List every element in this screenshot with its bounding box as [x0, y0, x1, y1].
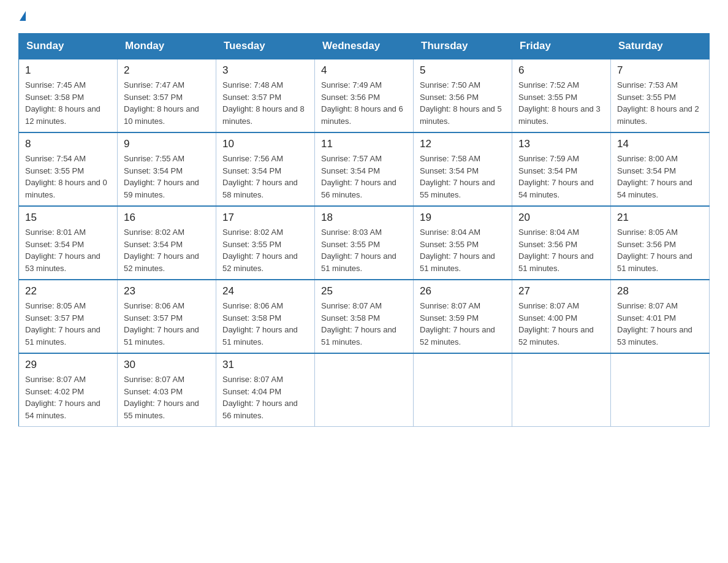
day-cell-6: 6 Sunrise: 7:52 AMSunset: 3:55 PMDayligh…	[512, 59, 611, 132]
day-number: 17	[222, 212, 308, 224]
day-info: Sunrise: 8:07 AMSunset: 4:02 PMDaylight:…	[25, 375, 100, 420]
day-info: Sunrise: 8:07 AMSunset: 4:00 PMDaylight:…	[518, 301, 594, 347]
day-cell-20: 20 Sunrise: 8:04 AMSunset: 3:56 PMDaylig…	[512, 206, 611, 280]
day-info: Sunrise: 7:49 AMSunset: 3:56 PMDaylight:…	[321, 80, 403, 126]
day-cell-26: 26 Sunrise: 8:07 AMSunset: 3:59 PMDaylig…	[414, 280, 512, 353]
day-cell-3: 3 Sunrise: 7:48 AMSunset: 3:57 PMDayligh…	[216, 59, 315, 132]
day-cell-21: 21 Sunrise: 8:05 AMSunset: 3:56 PMDaylig…	[611, 206, 710, 280]
day-cell-7: 7 Sunrise: 7:53 AMSunset: 3:55 PMDayligh…	[611, 59, 710, 132]
day-cell-27: 27 Sunrise: 8:07 AMSunset: 4:00 PMDaylig…	[512, 280, 611, 353]
day-info: Sunrise: 7:58 AMSunset: 3:54 PMDaylight:…	[420, 154, 495, 199]
day-cell-13: 13 Sunrise: 7:59 AMSunset: 3:54 PMDaylig…	[512, 132, 611, 206]
day-info: Sunrise: 7:47 AMSunset: 3:57 PMDaylight:…	[124, 80, 199, 126]
week-row-1: 1 Sunrise: 7:45 AMSunset: 3:58 PMDayligh…	[19, 59, 710, 132]
empty-cell	[414, 353, 512, 427]
day-number: 4	[321, 64, 407, 77]
day-info: Sunrise: 8:07 AMSunset: 3:58 PMDaylight:…	[321, 301, 396, 347]
day-number: 31	[222, 359, 308, 371]
day-number: 10	[222, 138, 308, 150]
day-number: 21	[617, 212, 703, 224]
days-of-week-row: SundayMondayTuesdayWednesdayThursdayFrid…	[19, 34, 710, 59]
day-number: 3	[222, 64, 308, 77]
day-cell-29: 29 Sunrise: 8:07 AMSunset: 4:02 PMDaylig…	[19, 353, 118, 427]
day-info: Sunrise: 7:54 AMSunset: 3:55 PMDaylight:…	[25, 154, 107, 199]
day-of-week-wednesday: Wednesday	[315, 34, 414, 59]
day-cell-22: 22 Sunrise: 8:05 AMSunset: 3:57 PMDaylig…	[19, 280, 118, 353]
day-cell-15: 15 Sunrise: 8:01 AMSunset: 3:54 PMDaylig…	[19, 206, 118, 280]
day-of-week-monday: Monday	[118, 34, 216, 59]
day-number: 19	[420, 212, 506, 224]
day-cell-25: 25 Sunrise: 8:07 AMSunset: 3:58 PMDaylig…	[315, 280, 414, 353]
day-info: Sunrise: 7:48 AMSunset: 3:57 PMDaylight:…	[222, 80, 305, 126]
day-number: 9	[124, 138, 210, 150]
day-of-week-sunday: Sunday	[19, 34, 118, 59]
day-number: 15	[25, 212, 111, 224]
day-of-week-friday: Friday	[512, 34, 611, 59]
day-cell-18: 18 Sunrise: 8:03 AMSunset: 3:55 PMDaylig…	[315, 206, 414, 280]
day-cell-19: 19 Sunrise: 8:04 AMSunset: 3:55 PMDaylig…	[414, 206, 512, 280]
empty-cell	[315, 353, 414, 427]
empty-cell	[611, 353, 710, 427]
day-info: Sunrise: 8:06 AMSunset: 3:57 PMDaylight:…	[124, 301, 199, 347]
day-info: Sunrise: 8:05 AMSunset: 3:57 PMDaylight:…	[25, 301, 100, 347]
day-number: 1	[25, 64, 111, 77]
page-header	[18, 12, 710, 22]
day-number: 22	[25, 285, 111, 297]
day-cell-11: 11 Sunrise: 7:57 AMSunset: 3:54 PMDaylig…	[315, 132, 414, 206]
day-info: Sunrise: 7:53 AMSunset: 3:55 PMDaylight:…	[617, 80, 699, 126]
day-number: 28	[617, 285, 703, 297]
day-cell-28: 28 Sunrise: 8:07 AMSunset: 4:01 PMDaylig…	[611, 280, 710, 353]
day-number: 11	[321, 138, 407, 150]
day-cell-12: 12 Sunrise: 7:58 AMSunset: 3:54 PMDaylig…	[414, 132, 512, 206]
day-cell-30: 30 Sunrise: 8:07 AMSunset: 4:03 PMDaylig…	[118, 353, 216, 427]
day-number: 18	[321, 212, 407, 224]
day-number: 27	[518, 285, 604, 297]
day-number: 8	[25, 138, 111, 150]
day-number: 13	[518, 138, 604, 150]
day-info: Sunrise: 8:07 AMSunset: 4:04 PMDaylight:…	[222, 375, 298, 420]
day-cell-9: 9 Sunrise: 7:55 AMSunset: 3:54 PMDayligh…	[118, 132, 216, 206]
day-cell-10: 10 Sunrise: 7:56 AMSunset: 3:54 PMDaylig…	[216, 132, 315, 206]
day-cell-1: 1 Sunrise: 7:45 AMSunset: 3:58 PMDayligh…	[19, 59, 118, 132]
day-cell-4: 4 Sunrise: 7:49 AMSunset: 3:56 PMDayligh…	[315, 59, 414, 132]
day-of-week-tuesday: Tuesday	[216, 34, 315, 59]
day-number: 23	[124, 285, 210, 297]
day-number: 12	[420, 138, 506, 150]
day-info: Sunrise: 7:57 AMSunset: 3:54 PMDaylight:…	[321, 154, 396, 199]
empty-cell	[512, 353, 611, 427]
day-info: Sunrise: 8:07 AMSunset: 4:03 PMDaylight:…	[124, 375, 199, 420]
day-number: 5	[420, 64, 506, 77]
day-cell-16: 16 Sunrise: 8:02 AMSunset: 3:54 PMDaylig…	[118, 206, 216, 280]
week-row-4: 22 Sunrise: 8:05 AMSunset: 3:57 PMDaylig…	[19, 280, 710, 353]
logo-triangle-icon	[20, 11, 26, 21]
calendar-table: SundayMondayTuesdayWednesdayThursdayFrid…	[18, 33, 710, 427]
week-row-2: 8 Sunrise: 7:54 AMSunset: 3:55 PMDayligh…	[19, 132, 710, 206]
day-number: 25	[321, 285, 407, 297]
day-info: Sunrise: 8:04 AMSunset: 3:55 PMDaylight:…	[420, 228, 495, 273]
day-info: Sunrise: 8:07 AMSunset: 4:01 PMDaylight:…	[617, 301, 692, 347]
day-number: 7	[617, 64, 703, 77]
day-info: Sunrise: 8:00 AMSunset: 3:54 PMDaylight:…	[617, 154, 692, 199]
day-cell-23: 23 Sunrise: 8:06 AMSunset: 3:57 PMDaylig…	[118, 280, 216, 353]
day-info: Sunrise: 7:56 AMSunset: 3:54 PMDaylight:…	[222, 154, 298, 199]
day-cell-2: 2 Sunrise: 7:47 AMSunset: 3:57 PMDayligh…	[118, 59, 216, 132]
day-info: Sunrise: 8:07 AMSunset: 3:59 PMDaylight:…	[420, 301, 495, 347]
day-number: 20	[518, 212, 604, 224]
day-cell-8: 8 Sunrise: 7:54 AMSunset: 3:55 PMDayligh…	[19, 132, 118, 206]
day-info: Sunrise: 7:55 AMSunset: 3:54 PMDaylight:…	[124, 154, 199, 199]
day-cell-5: 5 Sunrise: 7:50 AMSunset: 3:56 PMDayligh…	[414, 59, 512, 132]
day-info: Sunrise: 7:50 AMSunset: 3:56 PMDaylight:…	[420, 80, 502, 126]
day-info: Sunrise: 7:59 AMSunset: 3:54 PMDaylight:…	[518, 154, 594, 199]
day-of-week-thursday: Thursday	[414, 34, 512, 59]
day-info: Sunrise: 7:45 AMSunset: 3:58 PMDaylight:…	[25, 80, 100, 126]
day-cell-14: 14 Sunrise: 8:00 AMSunset: 3:54 PMDaylig…	[611, 132, 710, 206]
day-number: 30	[124, 359, 210, 371]
day-number: 26	[420, 285, 506, 297]
day-of-week-saturday: Saturday	[611, 34, 710, 59]
day-cell-17: 17 Sunrise: 8:02 AMSunset: 3:55 PMDaylig…	[216, 206, 315, 280]
day-number: 2	[124, 64, 210, 77]
day-info: Sunrise: 7:52 AMSunset: 3:55 PMDaylight:…	[518, 80, 601, 126]
day-info: Sunrise: 8:01 AMSunset: 3:54 PMDaylight:…	[25, 228, 100, 273]
day-info: Sunrise: 8:02 AMSunset: 3:54 PMDaylight:…	[124, 228, 199, 273]
day-number: 29	[25, 359, 111, 371]
